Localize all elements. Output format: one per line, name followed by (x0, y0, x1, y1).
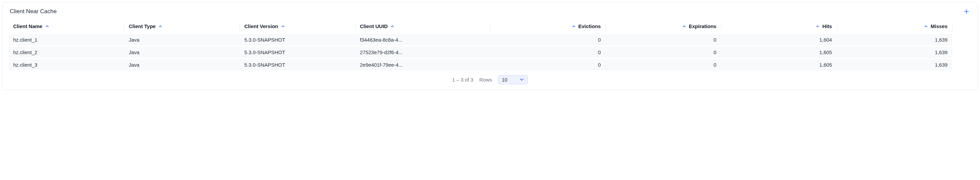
cell-client-name: hz.client_3 (8, 58, 124, 71)
cell-evictions: 0 (490, 34, 606, 46)
col-header-client-type[interactable]: Client Type (124, 20, 239, 34)
rows-per-page-select[interactable]: 10 (498, 75, 528, 84)
cell-evictions: 0 (490, 58, 606, 71)
cell-expirations: 0 (606, 58, 721, 71)
chevron-down-icon (519, 77, 524, 82)
col-label: Expirations (689, 23, 717, 29)
cell-client-uuid: 27523e79-d2f6-4... (355, 46, 490, 58)
col-label: Hits (822, 23, 832, 29)
table-row: hz.client_3Java5.3.0-SNAPSHOT2e9e401f-79… (8, 58, 972, 71)
col-header-evictions[interactable]: Evictions (490, 20, 606, 34)
rows-value: 10 (502, 77, 508, 82)
col-header-client-name[interactable]: Client Name (8, 20, 124, 34)
cell-expirations: 0 (606, 34, 721, 46)
col-header-expirations[interactable]: Expirations (606, 20, 721, 34)
add-button[interactable] (963, 8, 970, 15)
col-header-client-uuid[interactable]: Client UUID (355, 20, 490, 34)
cell-client-uuid: f34463ea-8c8a-4... (355, 34, 490, 46)
sort-asc-icon (45, 24, 49, 29)
col-label: Client Name (13, 23, 43, 29)
cell-spacer (952, 34, 972, 46)
cell-misses: 1,639 (837, 34, 952, 46)
col-label: Evictions (579, 23, 601, 29)
table-row: hz.client_1Java5.3.0-SNAPSHOTf34463ea-8c… (8, 34, 972, 46)
cell-client-version: 5.3.0-SNAPSHOT (239, 58, 355, 71)
cell-hits: 1,605 (721, 46, 837, 58)
cell-misses: 1,639 (837, 46, 952, 58)
col-label: Client UUID (360, 23, 388, 29)
col-label: Misses (931, 23, 948, 29)
cell-expirations: 0 (606, 46, 721, 58)
table-row: hz.client_2Java5.3.0-SNAPSHOT27523e79-d2… (8, 46, 972, 58)
cell-spacer (952, 58, 972, 71)
cell-client-version: 5.3.0-SNAPSHOT (239, 46, 355, 58)
col-label: Client Version (244, 23, 278, 29)
sort-asc-icon (281, 24, 285, 29)
col-label: Client Type (129, 23, 156, 29)
cell-misses: 1,639 (837, 58, 952, 71)
sort-asc-icon (924, 24, 928, 29)
client-near-cache-panel: Client Near Cache Client Name (2, 2, 978, 90)
cell-evictions: 0 (490, 46, 606, 58)
plus-icon (964, 8, 969, 14)
cell-client-name: hz.client_1 (8, 34, 124, 46)
panel-title: Client Near Cache (10, 8, 57, 15)
cell-hits: 1,605 (721, 58, 837, 71)
cell-client-type: Java (124, 58, 239, 71)
cell-client-type: Java (124, 34, 239, 46)
cell-client-version: 5.3.0-SNAPSHOT (239, 34, 355, 46)
cell-client-name: hz.client_2 (8, 46, 124, 58)
cell-client-uuid: 2e9e401f-79ee-4... (355, 58, 490, 71)
clients-table: Client Name Client Type (8, 20, 972, 71)
pagination-range: 1 – 3 of 3 (452, 77, 474, 82)
sort-asc-icon (158, 24, 162, 29)
cell-client-type: Java (124, 46, 239, 58)
sort-asc-icon (682, 24, 686, 29)
col-header-hits[interactable]: Hits (721, 20, 837, 34)
sort-asc-icon (572, 24, 576, 29)
sort-asc-icon (816, 24, 819, 29)
cell-hits: 1,604 (721, 34, 837, 46)
panel-header: Client Near Cache (8, 6, 972, 20)
col-header-misses[interactable]: Misses (837, 20, 952, 34)
rows-label: Rows (479, 77, 492, 82)
pagination: 1 – 3 of 3 Rows 10 (8, 75, 972, 84)
cell-spacer (952, 46, 972, 58)
sort-asc-icon (390, 24, 395, 29)
col-header-spacer (952, 20, 972, 34)
col-header-client-version[interactable]: Client Version (239, 20, 355, 34)
